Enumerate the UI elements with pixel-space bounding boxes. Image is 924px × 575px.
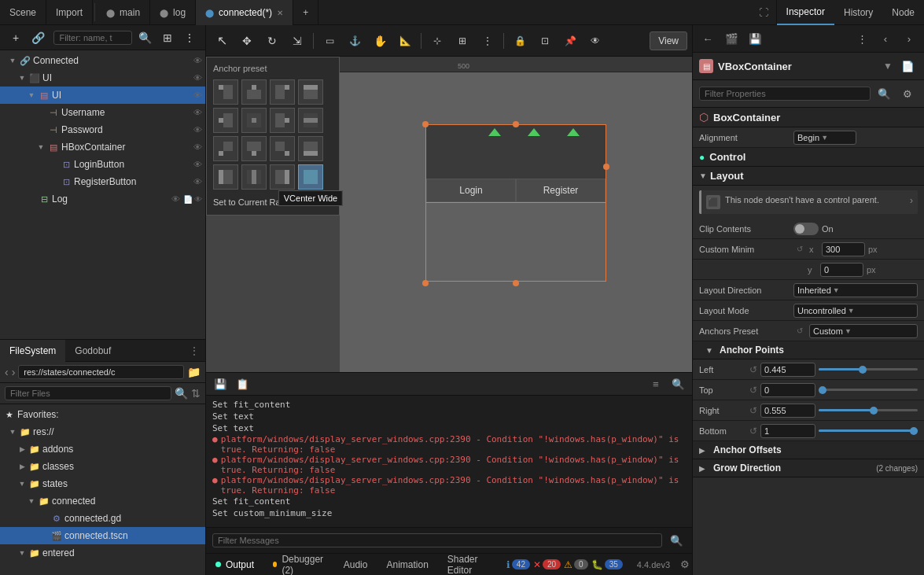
handle-top[interactable] [513,121,519,127]
boxcontainer-section-header[interactable]: ⬡ BoxContainer [693,108,924,127]
fs-sort-icon[interactable]: ⇅ [191,387,201,400]
grow-direction-header[interactable]: ▶ Grow Direction (2 changes) [693,459,924,477]
anchor-bottom-input[interactable] [760,424,815,438]
tree-item-password[interactable]: ⊣ Password 👁 [0,121,205,138]
rect-tool-button[interactable]: ▭ [318,30,341,52]
node-type-doc-icon[interactable]: 📄 [897,56,918,76]
more-tools-button[interactable]: ⋮ [477,30,499,52]
handle-mr[interactable] [603,164,609,170]
tab-audio[interactable]: Audio [334,554,377,576]
anchor-cell-lh[interactable] [213,164,238,190]
ruler-tool-button[interactable]: 📐 [394,30,416,52]
anchor-cell-tr[interactable] [270,79,295,105]
tab-animation[interactable]: Animation [377,554,437,576]
console-list-icon[interactable]: ≡ [646,374,665,393]
scene-more-button[interactable]: ⋮ [180,27,199,49]
fs-folder-icon[interactable]: 📁 [187,366,201,378]
fs-item-addons[interactable]: ▶ 📁 addons [0,440,205,458]
fs-item-classes[interactable]: ▶ 📁 classes [0,458,205,475]
tab-main[interactable]: ⬤ main [97,0,150,25]
fs-item-states[interactable]: ▼ 📁 states [0,475,205,492]
node-tab[interactable]: Node [882,0,924,25]
tab-scene[interactable]: Scene [0,0,46,25]
handle-bottom[interactable] [513,280,519,286]
anchor-cell-br[interactable] [270,136,295,161]
anchor-cell-tl[interactable] [213,79,238,105]
layout-mode-dropdown[interactable]: Uncontrolled ▼ [793,304,918,318]
register-button-preview[interactable]: Register [516,179,606,202]
anchor-cell-ml[interactable] [213,108,238,133]
hide-button[interactable]: 👁 [584,30,606,52]
grid-button[interactable]: ⊞ [451,30,473,52]
filter-props-settings-icon[interactable]: ⚙ [897,83,918,104]
console-save-icon[interactable]: 💾 [211,374,230,393]
anchor-cell-bw[interactable] [298,136,323,161]
fs-item-connected-tscn[interactable]: 🎬 connected.tscn [0,527,205,544]
link-node-button[interactable]: 🔗 [28,27,47,49]
tab-shader-editor[interactable]: Shader Editor [438,554,500,576]
anchor-cell-bc[interactable] [241,136,267,161]
anchor-cell-mr[interactable] [270,108,295,133]
anchor-tool-button[interactable]: ⚓ [344,30,366,52]
anchor-top-slider[interactable] [819,389,918,391]
anchor-left-input[interactable] [760,363,815,377]
anchor-cell-fw[interactable]: VCenter Wide [298,164,323,190]
layout-section-header[interactable]: ▼ Layout [693,167,924,186]
node-type-expand-icon[interactable]: ▼ [883,61,893,72]
tree-item-registerbutton[interactable]: ⊡ RegisterButton 👁 [0,173,205,190]
handle-tl[interactable] [422,121,429,127]
scene-group-button[interactable]: ⊞ [158,27,177,49]
select-tool-button[interactable]: ↖ [211,30,233,52]
console-copy-icon[interactable]: 📋 [233,374,252,393]
anchor-top-input[interactable] [760,383,815,397]
add-node-button[interactable]: + [6,27,25,49]
anchor-right-input[interactable] [760,404,815,418]
tree-eye-password[interactable]: 👁 [193,125,202,135]
anchor-cell-mc[interactable] [241,108,267,133]
rotate-tool-button[interactable]: ↻ [261,30,283,52]
pan-tool-button[interactable]: ✋ [369,30,391,52]
set-ratio-button[interactable]: Set to Current Ratio [213,196,333,208]
close-tab-icon[interactable]: ✕ [277,9,283,17]
custom-minimum-y-input[interactable] [820,263,863,277]
anchor-points-header[interactable]: ▼ Anchor Points [693,341,924,359]
tab-debugger[interactable]: Debugger (2) [263,554,334,576]
tab-log[interactable]: ⬤ log [150,0,196,25]
tab-connected[interactable]: ⬤ connected(*) ✕ [196,0,293,25]
console-filter-search-icon[interactable]: 🔍 [667,531,686,550]
insp-prev-icon[interactable]: ‹ [875,28,896,49]
custom-minimum-x-input[interactable] [822,242,865,256]
fs-forward-button[interactable]: › [12,366,16,378]
bottom-settings-icon[interactable]: ⚙ [678,555,692,574]
custom-minimum-reset-icon[interactable]: ↺ [793,243,806,256]
pin-button[interactable]: 📌 [559,30,581,52]
anchor-bottom-reset-icon[interactable]: ↺ [746,426,760,437]
filter-props-search-icon[interactable]: 🔍 [874,83,894,104]
fs-filter-search-icon[interactable]: 🔍 [175,387,188,400]
control-section-header[interactable]: ● Control [693,148,924,167]
fs-item-res[interactable]: ▼ 📁 res:// [0,423,205,440]
anchor-left-slider[interactable] [819,368,918,370]
insp-next-icon[interactable]: › [899,28,919,49]
log-eye-icon[interactable]: 👁 [194,195,202,204]
fs-item-connected-gd[interactable]: ⚙ connected.gd [0,510,205,527]
insp-save-icon[interactable]: 💾 [745,28,765,49]
insp-more-icon[interactable]: ⋮ [852,28,872,49]
anchor-top-reset-icon[interactable]: ↺ [746,385,760,396]
anchor-cell-bl[interactable] [213,136,238,161]
anchor-cell-mw[interactable] [298,108,323,133]
fs-back-button[interactable]: ‹ [5,366,9,378]
tab-import[interactable]: Import [46,0,93,25]
clip-contents-toggle[interactable] [793,223,819,235]
fs-item-entered[interactable]: ▼ 📁 entered [0,544,205,562]
fs-path-input[interactable] [18,365,184,379]
tree-item-username[interactable]: ⊣ Username 👁 [0,104,205,121]
fs-more-icon[interactable]: ⋮ [183,345,205,356]
tree-eye-loginbutton[interactable]: 👁 [193,160,202,169]
console-search-icon[interactable]: 🔍 [668,374,687,393]
layout-direction-dropdown[interactable]: Inherited ▼ [793,283,918,297]
notice-collapse-icon[interactable]: › [910,195,913,206]
tree-eye-registerbutton[interactable]: 👁 [193,177,202,186]
tree-item-ui[interactable]: ▼ ⬛ UI 👁 [0,69,205,87]
lock-button[interactable]: 🔒 [509,30,531,52]
